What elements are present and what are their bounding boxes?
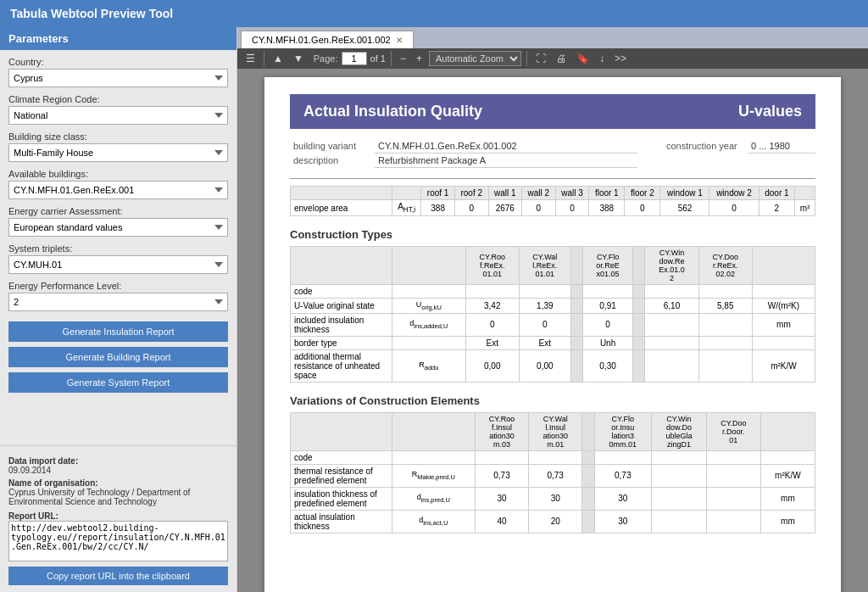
thermal-val4: 0,30	[583, 349, 633, 382]
zoom-in-button[interactable]: +	[413, 51, 426, 66]
download-button[interactable]: ↓	[596, 51, 608, 66]
generate-building-button[interactable]: Generate Building Report	[8, 347, 228, 367]
system-triplets-select[interactable]: CY.MUH.01	[8, 255, 228, 274]
building-info-table: building variant CY.N.MFH.01.Gen.ReEx.00…	[290, 139, 815, 168]
thermal-val3	[570, 349, 582, 382]
uvalue-label: U-Value original state	[291, 299, 392, 314]
available-buildings-group: Available buildings: CY.N.MFH.01.Gen.ReE…	[8, 169, 228, 199]
toolbar-separator-3	[526, 51, 527, 66]
border-val2: Ext	[519, 336, 570, 349]
tr-predefined-sym: RMakie,pred,U	[392, 464, 476, 487]
toolbar-separator-1	[264, 51, 264, 66]
code-unit	[752, 285, 815, 299]
var-col-unit	[760, 412, 815, 450]
zoom-out-button[interactable]: −	[397, 51, 409, 66]
tab-bar: CY.N.MFH.01.Gen.ReEx.001.002 ✕	[237, 27, 868, 48]
next-page-button[interactable]: ▼	[290, 51, 307, 66]
thermal-symbol: Raddu	[392, 349, 466, 382]
generate-system-button[interactable]: Generate System Report	[8, 372, 228, 393]
print-button[interactable]: 🖨	[553, 51, 570, 66]
ct-col-symbol	[392, 247, 466, 285]
ct-col-6: CY.Win dow.Re Ex.01.0 2	[645, 247, 698, 285]
more-button[interactable]: >>	[611, 51, 630, 66]
available-buildings-label: Available buildings:	[8, 169, 228, 179]
tab-close-icon[interactable]: ✕	[396, 36, 403, 45]
copy-url-button[interactable]: Copy report URL into the clipboard	[8, 567, 228, 585]
building-size-select[interactable]: Multi-Family House	[8, 143, 228, 162]
content-area: CY.N.MFH.01.Gen.ReEx.001.002 ✕ ☰ ▲ ▼ Pag…	[237, 27, 868, 592]
thermal-val1: 0,00	[465, 349, 519, 382]
climate-select[interactable]: National	[8, 106, 228, 125]
thermal-val7	[698, 349, 752, 382]
data-import-value: 09.09.2014	[8, 466, 228, 475]
data-import-label: Data import date:	[8, 456, 228, 466]
country-select[interactable]: Cyprus	[8, 69, 228, 87]
tr-pred-v6	[706, 464, 760, 487]
available-buildings-select[interactable]: CY.N.MFH.01.Gen.ReEx.001	[8, 181, 228, 199]
actual-ins-label: actual insulation thickness	[291, 510, 392, 533]
ins-pred-v3	[581, 487, 594, 510]
building-size-group: Building size class: Multi-Family House	[8, 131, 228, 162]
zoom-select[interactable]: Automatic Zoom	[429, 51, 521, 66]
tab-label: CY.N.MFH.01.Gen.ReEx.001.002	[252, 35, 391, 45]
ct-col-2: CY.Wal l.ReEx. 01.01	[519, 247, 570, 285]
border-val3	[570, 336, 582, 349]
active-tab[interactable]: CY.N.MFH.01.Gen.ReEx.001.002 ✕	[241, 31, 414, 48]
area-symbol: AHT,i	[392, 200, 421, 216]
val-door1: 2	[759, 200, 795, 216]
tr-pred-v3	[581, 464, 594, 487]
var-code-v3	[581, 450, 594, 464]
description-label: description	[290, 154, 375, 168]
actual-ins-v3	[581, 510, 594, 533]
col-empty	[291, 187, 392, 200]
country-label: Country:	[8, 57, 228, 67]
page-number-input[interactable]: 1	[342, 52, 367, 65]
col-symbol	[392, 187, 421, 200]
bookmark-button[interactable]: 🔖	[573, 51, 593, 66]
var-col-symbol	[392, 412, 476, 450]
ins-unit: mm	[752, 313, 815, 336]
ins-val6	[645, 313, 698, 336]
main-layout: Parameters Country: Cyprus Climate Regio…	[0, 27, 868, 592]
actual-ins-v1: 40	[475, 510, 529, 533]
val-roof1: 388	[421, 200, 455, 216]
col-floor2: floor 2	[625, 187, 660, 200]
envelope-area-label: envelope area	[291, 200, 392, 216]
construction-year-value: 0 ... 1980	[748, 139, 815, 154]
code-val4	[583, 285, 633, 299]
ct-col-1: CY.Roo f.ReEx. 01.01	[465, 247, 519, 285]
col-roof1: roof 1	[421, 187, 455, 200]
var-col-label	[291, 412, 392, 450]
pdf-content[interactable]: Actual Insulation Quality U-values build…	[237, 69, 868, 592]
var-code-v1	[475, 450, 529, 464]
document-subtitle: U-values	[738, 103, 802, 120]
climate-label: Climate Region Code:	[8, 94, 228, 104]
building-variant-label: building variant	[290, 139, 375, 154]
report-url-textarea[interactable]: http://dev.webtool2.building-typology.eu…	[8, 521, 228, 561]
prev-page-button[interactable]: ▲	[270, 51, 287, 66]
app-title: Tabula Webtool Preview Tool	[10, 7, 173, 20]
construction-types-table: CY.Roo f.ReEx. 01.01 CY.Wal l.ReEx. 01.0…	[290, 246, 815, 383]
ins-pred-v1: 30	[475, 487, 529, 510]
sidebar-content: Country: Cyprus Climate Region Code: Nat…	[0, 50, 236, 445]
ct-col-3	[570, 247, 582, 285]
fullscreen-button[interactable]: ⛶	[532, 51, 549, 66]
generate-insulation-button[interactable]: Generate Insulation Report	[8, 321, 228, 342]
energy-performance-select[interactable]: 2	[8, 293, 228, 311]
variations-table: CY.Roo f.Insul ation30 m.03 CY.Wal l.Ins…	[290, 412, 815, 533]
uvalue-val6: 6,10	[645, 299, 698, 314]
construction-year-label: construction year	[663, 139, 748, 154]
ins-val4: 0	[583, 313, 633, 336]
description-value: Refurbishment Package A	[375, 154, 637, 168]
code-val3	[570, 285, 582, 299]
uvalue-val4: 0,91	[583, 299, 633, 314]
var-col-5: CY.Win dow.Do ubleGla zingD1	[651, 412, 706, 450]
system-triplets-group: System triplets: CY.MUH.01	[8, 243, 228, 274]
val-wall2: 0	[522, 200, 556, 216]
tr-pred-v2: 0,73	[529, 464, 582, 487]
energy-carrier-select[interactable]: European standard values	[8, 218, 228, 237]
sidebar-toggle-button[interactable]: ☰	[242, 51, 259, 66]
var-code-v6	[706, 450, 760, 464]
col-floor1: floor 1	[589, 187, 625, 200]
ins-val1: 0	[465, 313, 519, 336]
